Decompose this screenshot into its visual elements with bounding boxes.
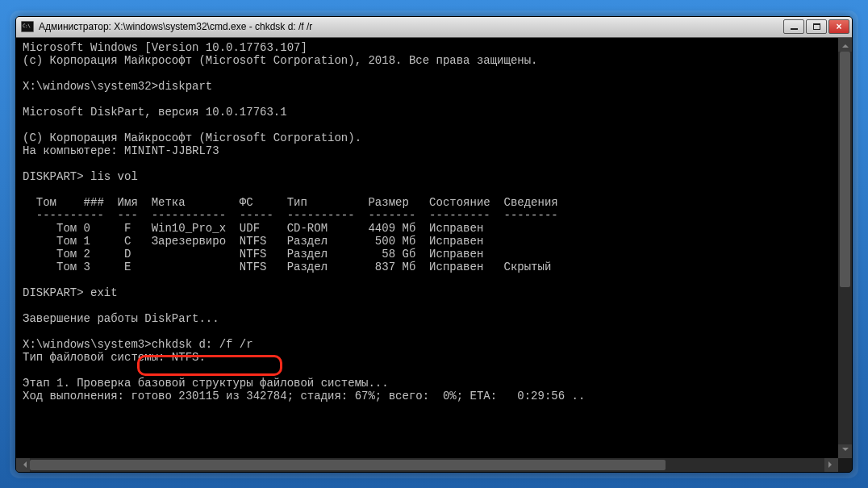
output-line: (c) Корпорация Майкрософт (Microsoft Cor… [23,54,538,67]
cmd-window: Администратор: X:\windows\system32\cmd.e… [15,16,853,473]
titlebar[interactable]: Администратор: X:\windows\system32\cmd.e… [16,17,852,38]
scroll-thumb-h[interactable] [30,460,666,470]
output-line: Том 2 D NTFS Раздел 58 Gб Исправен [23,248,483,261]
minimize-button[interactable] [783,19,804,34]
output-line: Этап 1. Проверка базовой структуры файло… [23,377,389,390]
output-line: X:\windows\system32>diskpart [23,80,212,93]
scroll-left-button[interactable] [16,458,30,472]
close-button[interactable]: × [828,19,849,34]
maximize-button[interactable] [806,19,827,34]
scroll-corner [838,458,852,472]
output-line: Завершение работы DiskPart... [23,312,219,325]
output-line: Том 3 E NTFS Раздел 837 Мб Исправен Скры… [23,261,551,273]
output-line: Том ### Имя Метка ФС Тип Размер Состояни… [23,196,558,209]
highlighted-command: >chkdsk d: /f /r [144,338,252,351]
output-line: ---------- --- ----------- ----- -------… [23,209,558,222]
vertical-scrollbar[interactable] [838,38,852,458]
cmd-icon [21,21,34,32]
scroll-track[interactable] [838,52,852,444]
output-line: Том 1 C Зарезервиро NTFS Раздел 500 Мб И… [23,235,483,248]
output-line: Тип файловой системы: NTFS. [23,351,206,364]
output-line: Microsoft DiskPart, версия 10.0.17763.1 [23,106,287,119]
scroll-thumb[interactable] [840,52,850,287]
scroll-right-button[interactable] [824,458,838,472]
output-line: Том 0 F Win10_Pro_x UDF CD-ROM 4409 Мб И… [23,222,483,235]
scroll-up-button[interactable] [838,38,852,52]
prompt-prefix: X:\windows\system3 [23,338,144,351]
output-line: На компьютере: MININT-JJBRL73 [23,144,219,157]
output-line: (C) Корпорация Майкрософт (Microsoft Cor… [23,131,361,144]
scroll-down-button[interactable] [838,444,852,458]
horizontal-scrollbar[interactable] [16,458,838,472]
window-controls: × [783,19,849,34]
output-line: DISKPART> lis vol [23,170,138,183]
output-line: Ход выполнения: готово 230115 из 342784;… [23,390,585,402]
window-title: Администратор: X:\windows\system32\cmd.e… [39,21,783,32]
terminal-area[interactable]: Microsoft Windows [Version 10.0.17763.10… [16,38,852,472]
scroll-track-h[interactable] [30,458,824,472]
terminal-output: Microsoft Windows [Version 10.0.17763.10… [23,41,845,402]
output-line: Microsoft Windows [Version 10.0.17763.10… [23,41,307,54]
output-line: DISKPART> exit [23,286,118,299]
